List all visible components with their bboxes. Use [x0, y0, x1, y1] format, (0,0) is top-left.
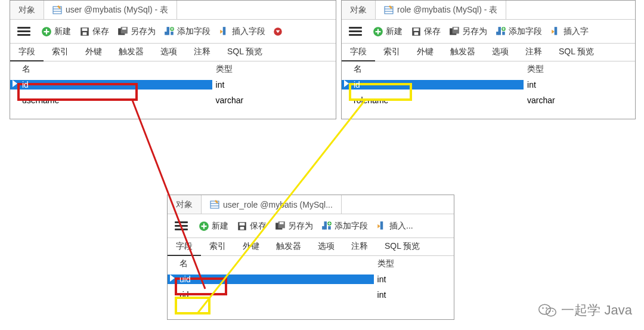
table-row[interactable]: id int [342, 77, 635, 92]
tabstrip: 对象 user_role @mybatis (MySql... [168, 195, 454, 214]
tab-object[interactable]: 对象 [168, 195, 202, 214]
saveas-label: 另存为 [288, 221, 313, 232]
save-button[interactable]: 保存 [234, 220, 269, 233]
save-icon [79, 26, 90, 37]
plus-icon [41, 26, 52, 37]
subtabs: 字段 索引 外键 触发器 选项 注释 SQL 预览 [168, 238, 454, 256]
field-name: rid [179, 290, 189, 300]
saveas-button[interactable]: 另存为 [273, 220, 315, 233]
svg-rect-11 [165, 32, 168, 35]
save-button[interactable]: 保存 [77, 25, 112, 38]
subtab-comments[interactable]: 注释 [517, 44, 550, 61]
col-type: 类型 [374, 258, 454, 269]
tab-object[interactable]: 对象 [342, 1, 376, 19]
subtab-options[interactable]: 选项 [309, 238, 343, 255]
save-label: 保存 [424, 26, 441, 37]
addfield-icon [164, 26, 175, 37]
subtab-comments[interactable]: 注释 [343, 238, 376, 255]
saveas-button[interactable]: 另存为 [447, 25, 490, 38]
subtab-fk[interactable]: 外键 [408, 44, 442, 61]
table-row[interactable]: username varchar [10, 92, 336, 108]
svg-rect-36 [240, 223, 245, 226]
chevron-down-icon[interactable] [273, 26, 283, 37]
table-row[interactable]: uid int [168, 272, 454, 287]
saveas-button[interactable]: 另存为 [115, 25, 158, 38]
menu-icon[interactable] [349, 25, 362, 38]
insertfield-icon [376, 221, 387, 232]
tab-table-role[interactable]: role @mybatis (MySql) - 表 [376, 1, 506, 19]
row-caret-icon [170, 275, 175, 282]
addfield-button[interactable]: 添加字段 [493, 25, 544, 38]
subtab-comments[interactable]: 注释 [185, 44, 219, 61]
subtab-options[interactable]: 选项 [484, 44, 517, 61]
subtab-fields[interactable]: 字段 [342, 44, 375, 61]
panel-role-table: 对象 role @mybatis (MySql) - 表 新建 保存 另存为 添… [341, 0, 636, 119]
tab-object[interactable]: 对象 [10, 1, 44, 19]
svg-rect-9 [122, 27, 126, 29]
addfield-button[interactable]: 添加字段 [162, 25, 213, 38]
subtab-options[interactable]: 选项 [152, 44, 185, 61]
menu-icon[interactable] [17, 25, 30, 38]
svg-point-53 [552, 311, 553, 312]
subtab-fields[interactable]: 字段 [168, 238, 201, 256]
field-type: varchar [212, 95, 336, 105]
addfield-icon [496, 26, 506, 37]
field-type: varchar [524, 95, 635, 105]
saveas-label: 另存为 [462, 26, 487, 37]
new-button[interactable]: 新建 [196, 220, 231, 233]
insertfield-button[interactable]: 插入字段 [216, 25, 268, 38]
field-name: uid [179, 275, 191, 284]
subtab-triggers[interactable]: 触发器 [442, 44, 484, 61]
insertfield-label: 插入... [389, 221, 413, 232]
row-caret-icon [13, 80, 17, 87]
subtab-indexes[interactable]: 索引 [44, 44, 77, 61]
panel-userrole-table: 对象 user_role @mybatis (MySql... 新建 保存 另存… [167, 195, 454, 320]
menu-icon[interactable] [175, 220, 188, 233]
svg-rect-37 [240, 227, 244, 230]
subtab-indexes[interactable]: 索引 [201, 238, 234, 255]
subtab-sqlpreview[interactable]: SQL 预览 [376, 238, 428, 255]
wechat-icon [538, 303, 556, 317]
subtab-indexes[interactable]: 索引 [375, 44, 408, 61]
subtab-fk[interactable]: 外键 [77, 44, 110, 61]
table-header: 名 类型 [10, 61, 336, 77]
tab-table-userrole[interactable]: user_role @mybatis (MySql... [202, 195, 342, 214]
subtab-fields[interactable]: 字段 [10, 44, 44, 61]
table-row[interactable]: rid int [168, 287, 454, 303]
svg-rect-22 [414, 32, 419, 35]
insertfield-button[interactable]: 插入字 [548, 25, 591, 38]
svg-rect-21 [414, 28, 419, 31]
plus-icon [199, 221, 209, 232]
new-label: 新建 [212, 221, 228, 232]
subtab-sqlpreview[interactable]: SQL 预览 [550, 44, 602, 61]
save-button[interactable]: 保存 [408, 25, 443, 38]
subtabs: 字段 索引 外键 触发器 选项 注释 SQL 预览 [342, 44, 635, 61]
table-header: 名 类型 [342, 61, 635, 77]
toolbar: 新建 保存 另存为 添加字段 插入字 [342, 20, 635, 44]
subtab-sqlpreview[interactable]: SQL 预览 [219, 44, 271, 61]
panel-user-table: 对象 user @mybatis (MySql) - 表 新建 保存 另存为 添… [10, 0, 336, 119]
col-type: 类型 [212, 64, 336, 75]
new-button[interactable]: 新建 [370, 25, 405, 38]
subtab-fk[interactable]: 外键 [234, 238, 268, 255]
svg-rect-12 [171, 32, 174, 35]
new-button[interactable]: 新建 [39, 25, 73, 38]
field-name: username [22, 95, 59, 105]
addfield-button[interactable]: 添加字段 [319, 220, 370, 233]
insertfield-icon [219, 26, 230, 37]
addfield-icon [321, 221, 332, 232]
table-row[interactable]: id int [10, 77, 336, 92]
tab-table-user[interactable]: user @mybatis (MySql) - 表 [44, 1, 177, 19]
saveas-label: 另存为 [131, 26, 156, 37]
table-row[interactable]: rolename varchar [342, 92, 635, 108]
tab-object-label: 对象 [176, 199, 193, 210]
subtab-triggers[interactable]: 触发器 [110, 44, 152, 61]
table-icon [384, 5, 394, 15]
table-icon [52, 5, 62, 15]
tabstrip: 对象 role @mybatis (MySql) - 表 [342, 1, 635, 20]
addfield-label: 添加字段 [509, 26, 542, 37]
insertfield-button[interactable]: 插入... [374, 220, 416, 233]
subtab-triggers[interactable]: 触发器 [268, 238, 309, 255]
field-type: int [524, 80, 635, 90]
svg-rect-25 [454, 27, 458, 29]
